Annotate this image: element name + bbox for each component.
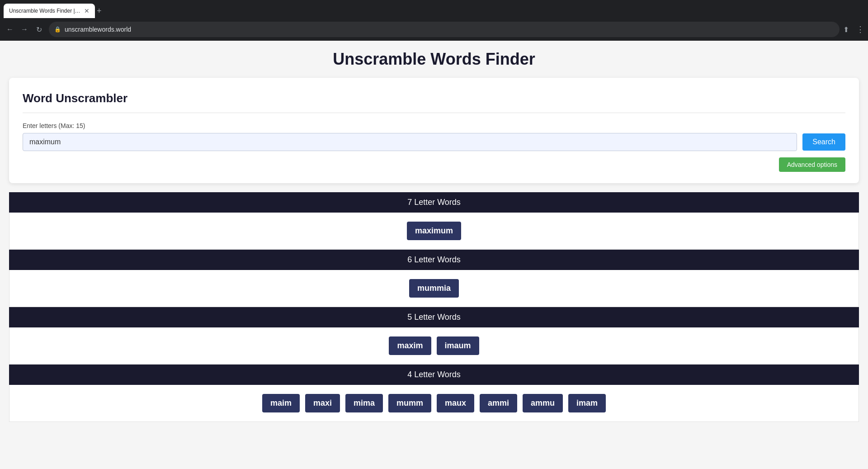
advanced-row: Advanced options (23, 157, 845, 172)
tab-close-icon[interactable]: ✕ (84, 7, 90, 14)
browser-tab-active[interactable]: Unscramble Words Finder | Wor... ✕ (4, 4, 95, 18)
tab-bar: Unscramble Words Finder | Wor... ✕ + (0, 0, 868, 18)
letter-header-7: 7 Letter Words (9, 192, 859, 213)
word-badge[interactable]: ammu (523, 394, 563, 412)
tab-title: Unscramble Words Finder | Wor... (9, 8, 81, 14)
words-row-5: maxim imaum (9, 327, 859, 365)
letter-input[interactable] (23, 133, 797, 151)
back-button[interactable]: ← (4, 23, 16, 36)
nav-buttons: ← → ↻ (4, 23, 45, 36)
word-badge[interactable]: maximum (407, 222, 461, 240)
word-badge[interactable]: mumm (388, 394, 431, 412)
letter-group-4: 4 Letter Words maim maxi mima mumm maux … (9, 365, 859, 422)
advanced-options-button[interactable]: Advanced options (779, 157, 845, 172)
browser-chrome: Unscramble Words Finder | Wor... ✕ + ← →… (0, 0, 868, 41)
divider (23, 113, 845, 113)
page-content: Unscramble Words Finder Word Unscrambler… (0, 41, 868, 431)
search-button[interactable]: Search (802, 133, 845, 151)
word-badge[interactable]: maxi (305, 394, 340, 412)
page-title: Unscramble Words Finder (9, 50, 859, 69)
search-row: Search (23, 133, 845, 151)
reload-button[interactable]: ↻ (33, 23, 45, 36)
input-label: Enter letters (Max: 15) (23, 122, 845, 129)
word-badge[interactable]: maux (437, 394, 474, 412)
word-badge[interactable]: ammi (480, 394, 517, 412)
letter-group-7: 7 Letter Words maximum (9, 192, 859, 250)
results-section: 7 Letter Words maximum 6 Letter Words mu… (9, 192, 859, 422)
browser-menu-button[interactable]: ⋮ (856, 24, 864, 34)
letter-header-5: 5 Letter Words (9, 307, 859, 327)
word-badge[interactable]: maxim (389, 336, 431, 355)
word-badge[interactable]: imam (568, 394, 606, 412)
url-text: unscramblewords.world (65, 26, 834, 33)
word-badge[interactable]: imaum (437, 336, 479, 355)
letter-group-6: 6 Letter Words mummia (9, 250, 859, 307)
word-badge[interactable]: maim (262, 394, 300, 412)
letter-group-5: 5 Letter Words maxim imaum (9, 307, 859, 365)
address-bar-row: ← → ↻ 🔒 unscramblewords.world ⬆ ⋮ (0, 18, 868, 41)
lock-icon: 🔒 (54, 26, 61, 33)
unscrambler-card: Word Unscrambler Enter letters (Max: 15)… (9, 78, 859, 183)
share-icon[interactable]: ⬆ (843, 25, 849, 34)
address-bar[interactable]: 🔒 unscramblewords.world (49, 22, 840, 37)
word-badge[interactable]: mummia (409, 279, 459, 298)
new-tab-button[interactable]: + (97, 6, 102, 16)
letter-header-6: 6 Letter Words (9, 250, 859, 270)
forward-button[interactable]: → (18, 23, 31, 36)
word-badge[interactable]: mima (345, 394, 383, 412)
words-row-7: maximum (9, 213, 859, 250)
words-row-6: mummia (9, 270, 859, 307)
letter-header-4: 4 Letter Words (9, 365, 859, 385)
words-row-4: maim maxi mima mumm maux ammi ammu imam (9, 385, 859, 422)
card-heading: Word Unscrambler (23, 91, 845, 105)
